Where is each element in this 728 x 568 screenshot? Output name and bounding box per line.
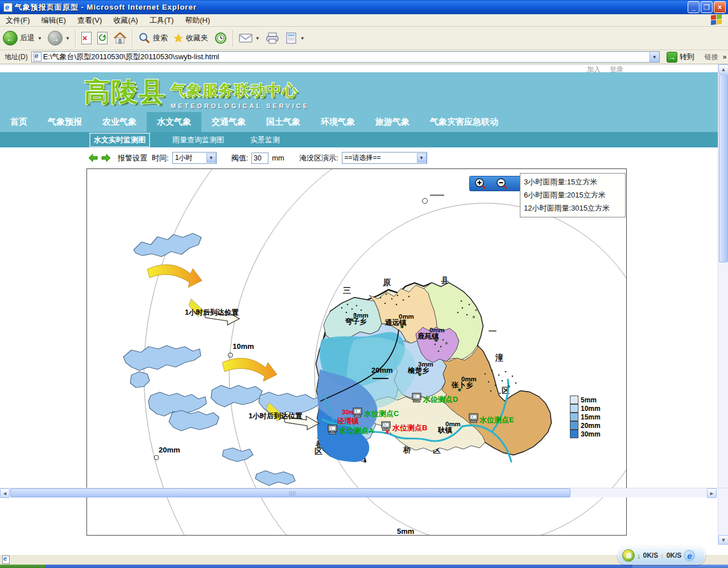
station-E[interactable]: 水位测点E	[469, 414, 514, 424]
tab-agriculture[interactable]: 农业气象	[92, 112, 147, 132]
menu-edit[interactable]: 编辑(E)	[36, 14, 72, 27]
scroll-left-button[interactable]: ◄	[0, 488, 10, 498]
address-dropdown-button[interactable]: ▼	[650, 52, 659, 62]
legend-item: 10mm	[570, 404, 601, 413]
menu-favorites[interactable]: 收藏(A)	[107, 14, 143, 27]
links-chevron-icon: »	[723, 53, 727, 61]
tab-home[interactable]: 首页	[0, 112, 38, 132]
menu-view[interactable]: 查看(V)	[72, 14, 107, 27]
alarm-settings-label: 报警设置	[118, 153, 147, 163]
refresh-button[interactable]	[94, 28, 110, 48]
scroll-up-button[interactable]: ▲	[718, 64, 728, 74]
vertical-scrollbar[interactable]: ▲ ▼	[718, 64, 728, 545]
svg-text:耿镇: 耿镇	[437, 426, 453, 434]
sub-nav: 水文实时监测图 雨量查询监测图 实景监测	[0, 132, 718, 147]
go-button[interactable]: → 转到	[664, 51, 697, 63]
subtab-realtime-monitor[interactable]: 水文实时监测图	[90, 133, 150, 147]
tab-environment[interactable]: 环境气象	[311, 112, 365, 132]
360-safety-icon[interactable]	[622, 549, 635, 562]
svg-text:区: 区	[315, 447, 322, 456]
svg-text:0mm: 0mm	[399, 313, 414, 320]
tab-land[interactable]: 国土气象	[256, 112, 311, 132]
address-input[interactable]	[43, 52, 650, 61]
logo-title: 气象服务联动中心	[171, 80, 309, 101]
menu-help[interactable]: 帮助(H)	[179, 14, 216, 27]
hydrology-map[interactable]: 10mm 20mm 5mm	[86, 168, 627, 536]
windows-logo-icon	[708, 14, 725, 26]
subtab-live-view[interactable]: 实景监测	[247, 134, 283, 146]
svg-text:20mm: 20mm	[371, 366, 393, 374]
threshold-input[interactable]	[251, 153, 268, 164]
system-tray[interactable]	[632, 565, 728, 568]
svg-text:潼: 潼	[495, 353, 503, 362]
select-arrow-icon: ▼	[417, 153, 427, 163]
horizontal-scrollbar[interactable]: ◄ ►	[0, 488, 728, 497]
flood-demo-select[interactable]: ==请选择== ▼	[342, 152, 427, 164]
map-canvas: 10mm 20mm 5mm	[87, 169, 627, 536]
logo-subtitle: METEOROLOGICAL SERVICE	[171, 102, 309, 109]
rainfall-info-box: 3小时面雨量:15立方米 6小时面雨量:2015立方米 12小时面雨量:3015…	[520, 173, 626, 217]
scroll-down-button[interactable]: ▼	[718, 535, 728, 545]
station-label: 水位测点E	[479, 415, 514, 424]
start-button[interactable]	[0, 565, 46, 568]
logo-county-name: 高陵县	[84, 77, 166, 106]
svg-text:一: 一	[489, 327, 497, 336]
print-icon	[266, 32, 279, 44]
vertical-scroll-thumb[interactable]	[719, 75, 728, 262]
svg-text:3mm: 3mm	[418, 361, 433, 368]
rain-legend: 5mm 10mm 15mm 20mm 30mm	[570, 396, 601, 438]
forecast-arrow-label: 1小时后到达位置	[249, 412, 303, 420]
zoom-in-icon[interactable]	[474, 178, 487, 190]
menu-file[interactable]: 文件(F)	[0, 14, 36, 27]
download-arrow-icon: ↓	[637, 551, 641, 560]
menu-tools[interactable]: 工具(T)	[144, 14, 180, 27]
rainfall-6h: 6小时面雨量:2015立方米	[524, 190, 622, 200]
home-button[interactable]	[110, 28, 130, 48]
title-bar[interactable]: e 气象预报页面原型 - Microsoft Internet Explorer…	[0, 0, 728, 14]
scroll-right-button[interactable]: ►	[707, 488, 717, 498]
ie-launcher-icon[interactable]: e	[684, 550, 695, 561]
print-button[interactable]	[263, 28, 282, 48]
history-button[interactable]	[211, 28, 230, 48]
search-button[interactable]: 搜索	[135, 28, 171, 48]
edit-button[interactable]: ▼	[282, 28, 308, 48]
tab-disaster-emergency[interactable]: 气象灾害应急联动	[420, 112, 508, 132]
close-button[interactable]: ×	[714, 1, 726, 13]
minimize-button[interactable]: _	[688, 1, 700, 13]
station-C[interactable]: 水位测点C	[353, 408, 399, 418]
time-select[interactable]: 1小时 ▼	[172, 152, 217, 164]
site-logo: 高陵县 气象服务联动中心 METEOROLOGICAL SERVICE	[84, 77, 309, 109]
tab-tourism[interactable]: 旅游气象	[365, 112, 420, 132]
stop-button[interactable]: ×	[78, 28, 94, 48]
subtab-rain-query[interactable]: 雨量查询监测图	[169, 134, 228, 146]
tab-weather-forecast[interactable]: 气象预报	[38, 112, 92, 132]
select-arrow-icon: ▼	[206, 153, 216, 163]
address-field[interactable]: e ▼	[31, 51, 660, 63]
page-favicon: e	[34, 52, 42, 61]
tab-traffic[interactable]: 交通气象	[201, 112, 256, 132]
taskbar[interactable]	[0, 565, 728, 568]
rainfall-12h: 12小时面雨量:3015立方米	[524, 203, 622, 213]
station-A[interactable]: 水位测点A	[328, 425, 374, 435]
horizontal-scroll-thumb[interactable]	[10, 488, 570, 497]
station-D[interactable]: 水位测点D	[412, 393, 458, 404]
standard-toolbar: ← 后退 ▼ → ▼ ×	[0, 27, 728, 50]
station-label: 水位测点C	[363, 409, 399, 418]
links-area[interactable]: 链接 »	[705, 52, 727, 62]
threshold-label: 阀值:	[231, 153, 249, 163]
history-clock-icon	[214, 31, 228, 45]
forward-button[interactable]: → ▼	[45, 28, 73, 48]
next-arrow-button[interactable]	[101, 154, 111, 162]
prev-arrow-button[interactable]	[88, 154, 98, 162]
legend-item: 5mm	[570, 396, 601, 404]
legend-item: 30mm	[570, 430, 601, 438]
favorites-button[interactable]: ★ 收藏夹	[171, 28, 211, 48]
tab-hydrology[interactable]: 水文气象	[147, 112, 201, 132]
toolbar-separator	[75, 30, 76, 47]
back-button[interactable]: ← 后退 ▼	[0, 28, 45, 48]
mail-button[interactable]: ▼	[236, 28, 263, 48]
time-label: 时间:	[152, 153, 169, 163]
restore-button[interactable]: ❐	[701, 1, 713, 13]
alarm-controls: 报警设置 时间: 1小时 ▼ 阀值: mm 淹没区演示: ==请选择== ▼	[0, 147, 718, 168]
zoom-out-icon[interactable]	[496, 178, 508, 190]
